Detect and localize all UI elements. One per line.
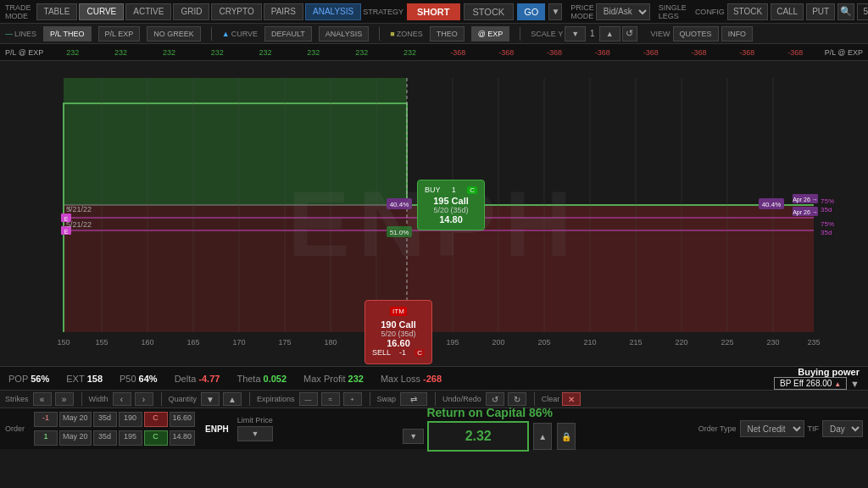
qty-increase[interactable]: ▲ (223, 392, 242, 406)
price-lock-btn[interactable]: 🔒 (557, 423, 576, 450)
svg-text:35d: 35d (821, 229, 832, 236)
ext-label: EXT (66, 374, 84, 384)
limit-price-dropdown[interactable]: ▼ (237, 426, 273, 441)
stock-config-btn[interactable]: STOCK (727, 3, 768, 20)
div5 (435, 392, 436, 406)
div3 (249, 392, 250, 406)
pl-exp-btn[interactable]: P/L EXP (98, 26, 141, 42)
search-icon[interactable]: 🔍 (837, 3, 854, 20)
max-loss-label: Max Loss (381, 374, 420, 384)
expirations-label: Expirations (257, 395, 295, 403)
tab-curve[interactable]: CURVE (79, 3, 124, 20)
redo-btn[interactable]: ↻ (508, 392, 526, 406)
width-label: Width (89, 395, 108, 403)
exp-btn[interactable]: @ EXP (471, 26, 510, 42)
default-btn[interactable]: DEFAULT (264, 26, 312, 42)
width-decrease[interactable]: ‹ (113, 392, 131, 406)
sell-badge: C (415, 349, 425, 357)
pop-stat: POP 56% (8, 374, 49, 384)
ext-stat: EXT 158 (66, 374, 103, 384)
pl-val-1: 232 (48, 48, 97, 57)
svg-text:200: 200 (492, 338, 504, 347)
undo-redo-controls: ↺ ↻ (485, 392, 527, 406)
order-type-select[interactable]: Net Credit (740, 420, 804, 437)
strategy-section: STRATEGY SHORT STOCK GO ▼ (363, 3, 562, 20)
swap-btn[interactable]: ⇄ (400, 392, 427, 406)
clear-label: Clear (542, 395, 560, 403)
return-on-capital-label: Return on Capital 86% (426, 406, 553, 419)
lines-label: ― LINES (5, 30, 36, 38)
sell-date: 5/20 (35d) (372, 330, 425, 338)
sell-qty-label: -1 (399, 348, 406, 357)
go-dropdown[interactable]: ▼ (548, 3, 562, 20)
svg-text:75%: 75% (821, 220, 834, 228)
analysis-btn[interactable]: ANALYSIS (319, 26, 369, 42)
stock-button[interactable]: STOCK (464, 3, 515, 20)
tab-table[interactable]: TABLE (36, 3, 78, 20)
exp-next[interactable]: + (343, 392, 362, 406)
tab-grid[interactable]: GRID (173, 3, 209, 20)
svg-text:230: 230 (766, 338, 779, 347)
scale-down-btn[interactable]: ▼ (565, 26, 586, 42)
go-button[interactable]: GO (517, 3, 545, 20)
sell-price: 16.60 (372, 338, 425, 348)
exp-time[interactable]: ≈ (321, 392, 340, 406)
tab-pairs[interactable]: PAIRS (264, 3, 303, 20)
max-profit-stat: Max Profit 232 (303, 374, 364, 384)
width-increase[interactable]: › (135, 392, 153, 406)
tif-select[interactable]: Day (822, 420, 863, 437)
pl-val-3: 232 (145, 48, 193, 57)
price-dropdown-btn[interactable]: ▼ (403, 429, 424, 444)
theta-label: Theta (236, 374, 260, 384)
svg-text:220: 220 (675, 338, 687, 347)
undo-btn[interactable]: ↺ (486, 392, 504, 406)
short-button[interactable]: SHORT (407, 3, 460, 20)
theo-btn[interactable]: THEO (430, 26, 465, 42)
pl-val-r2: -368 (482, 48, 531, 57)
pl-val-r7: -368 (723, 48, 771, 57)
config-label: CONFIG (695, 8, 725, 16)
tab-analysis[interactable]: ANALYSIS (305, 3, 361, 20)
pl-theo-btn[interactable]: P/L THEO (43, 26, 92, 42)
info-btn[interactable]: INFO (721, 26, 754, 42)
strikes-decrease-fast[interactable]: « (33, 392, 52, 406)
refresh-btn[interactable]: ↺ (622, 26, 637, 42)
exp-controls: — ≈ + (298, 392, 363, 406)
price-input[interactable] (427, 421, 529, 452)
div6 (534, 392, 535, 406)
exp-prev[interactable]: — (299, 392, 318, 406)
delta-value: -4.77 (198, 374, 220, 384)
tab-crypto[interactable]: CRYPTO (211, 3, 261, 20)
tab-active[interactable]: ACTIVE (125, 3, 171, 20)
svg-text:225: 225 (721, 338, 733, 347)
quantity-label: Quantity (169, 395, 198, 403)
svg-text:160: 160 (141, 338, 153, 347)
qty-decrease[interactable]: ▼ (201, 392, 220, 406)
order-type-2: C (144, 430, 168, 446)
pl-val-6: 232 (289, 48, 337, 57)
quotes-btn[interactable]: QUOTES (673, 26, 719, 42)
second-bar: ― LINES P/L THEO P/L EXP NO GREEK ▲ CURV… (0, 24, 868, 44)
enph-label: ENPH (205, 424, 229, 434)
order-strike-2: 195 (119, 430, 142, 446)
order-type-section: Order Type Net Credit TIF Day (698, 420, 863, 437)
order-type-label: Order Type (698, 424, 737, 433)
clear-btn[interactable]: ✕ (562, 392, 581, 406)
buy-date: 5/20 (35d) (425, 206, 477, 214)
svg-text:180: 180 (324, 338, 337, 347)
bp-eff-box: BP Eff 268.00 ▲ (774, 377, 847, 390)
price-up-btn[interactable]: ▲ (533, 423, 552, 450)
buy-action-label: BUY (425, 186, 441, 194)
buying-power-section: Buying power BP Eff 268.00 ▲ ▼ (774, 367, 860, 390)
svg-text:165: 165 (186, 338, 199, 347)
call-config-btn[interactable]: CALL (771, 3, 804, 20)
no-greek-btn[interactable]: NO GREEK (147, 26, 201, 42)
chart-area[interactable]: 150 155 160 165 170 175 180 185 190 195 … (0, 61, 868, 366)
svg-text:210: 210 (583, 338, 596, 347)
pop-label: POP (8, 374, 28, 384)
scale-up-btn[interactable]: ▲ (599, 26, 620, 42)
bp-dropdown[interactable]: ▼ (850, 379, 860, 389)
put-config-btn[interactable]: PUT (806, 3, 835, 20)
bid-ask-select[interactable]: Bid/Ask (596, 3, 650, 20)
strikes-decrease[interactable]: » (55, 392, 74, 406)
